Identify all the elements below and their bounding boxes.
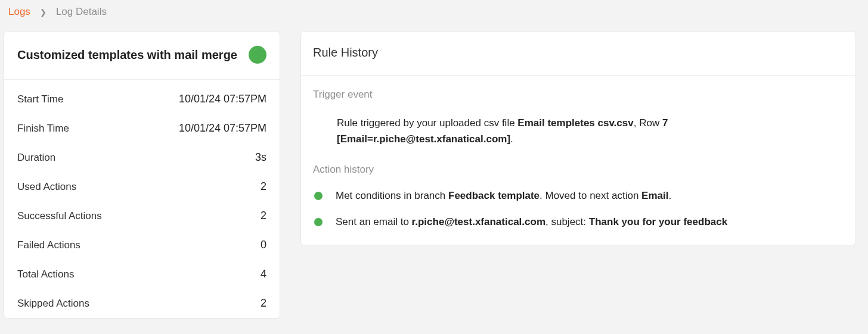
summary-stats: Start Time 10/01/24 07:57PM Finish Time … xyxy=(4,80,280,318)
stat-label-failed-actions: Failed Actions xyxy=(17,239,80,251)
trigger-mid: , Row xyxy=(634,117,662,129)
breadcrumb: Logs ❯ Log Details xyxy=(0,0,868,31)
stat-value-successful-actions: 2 xyxy=(261,210,266,222)
summary-header: Customized templates with mail merge xyxy=(4,32,280,80)
stat-value-duration: 3s xyxy=(255,151,266,164)
action-item: Sent an email to r.piche@test.xfanatical… xyxy=(313,216,844,228)
stat-row: Total Actions 4 xyxy=(17,260,266,289)
action-b2: Email xyxy=(641,190,668,201)
action-list: Met conditions in branch Feedback templa… xyxy=(313,190,844,228)
action-p2: , subject: xyxy=(545,216,589,227)
trigger-filename: Email templetes csv.csv xyxy=(517,117,633,129)
action-text: Met conditions in branch Feedback templa… xyxy=(336,190,671,202)
status-indicator-icon xyxy=(249,46,266,64)
breadcrumb-parent-link[interactable]: Logs xyxy=(8,6,30,18)
stat-label-used-actions: Used Actions xyxy=(17,181,76,193)
action-p2: . Moved to next action xyxy=(540,190,641,201)
stat-row: Start Time 10/01/24 07:57PM xyxy=(17,85,266,114)
stat-row: Successful Actions 2 xyxy=(17,201,266,230)
trigger-prefix: Rule triggered by your uploaded csv file xyxy=(337,117,517,129)
action-section-label: Action history xyxy=(313,164,844,176)
chevron-right-icon: ❯ xyxy=(40,8,46,17)
stat-row: Used Actions 2 xyxy=(17,172,266,201)
trigger-suffix: . xyxy=(510,133,513,145)
action-b2: Thank you for your feedback xyxy=(589,216,727,227)
status-dot-icon xyxy=(314,192,323,200)
stat-label-start-time: Start Time xyxy=(17,93,63,105)
stat-label-total-actions: Total Actions xyxy=(17,269,74,280)
stat-row: Duration 3s xyxy=(17,143,266,172)
stat-label-skipped-actions: Skipped Actions xyxy=(17,298,89,310)
stat-row: Skipped Actions 2 xyxy=(17,289,266,318)
trigger-text: Rule triggered by your uploaded csv file… xyxy=(313,115,844,147)
stat-label-successful-actions: Successful Actions xyxy=(17,210,102,222)
summary-title: Customized templates with mail merge xyxy=(17,48,237,62)
stat-value-failed-actions: 0 xyxy=(261,239,266,251)
action-section: Action history Met conditions in branch … xyxy=(301,164,855,245)
summary-card: Customized templates with mail merge Sta… xyxy=(4,31,280,319)
trigger-section-label: Trigger event xyxy=(313,89,844,101)
action-text: Sent an email to r.piche@test.xfanatical… xyxy=(336,216,727,228)
content-layout: Customized templates with mail merge Sta… xyxy=(0,31,868,319)
action-b1: r.piche@test.xfanatical.com xyxy=(412,216,545,227)
stat-value-total-actions: 4 xyxy=(261,268,266,280)
history-title: Rule History xyxy=(301,32,855,76)
action-b1: Feedback template xyxy=(448,190,540,201)
stat-value-start-time: 10/01/24 07:57PM xyxy=(179,93,266,105)
action-p3: . xyxy=(668,190,671,201)
stat-label-finish-time: Finish Time xyxy=(17,123,69,135)
action-p1: Sent an email to xyxy=(336,216,412,227)
breadcrumb-current: Log Details xyxy=(56,6,107,18)
action-item: Met conditions in branch Feedback templa… xyxy=(313,190,844,202)
stat-value-skipped-actions: 2 xyxy=(261,297,266,310)
status-dot-icon xyxy=(314,218,323,226)
history-card: Rule History Trigger event Rule triggere… xyxy=(300,31,856,245)
stat-value-used-actions: 2 xyxy=(261,180,266,193)
stat-row: Failed Actions 0 xyxy=(17,230,266,260)
action-p1: Met conditions in branch xyxy=(336,190,448,201)
trigger-section: Trigger event Rule triggered by your upl… xyxy=(301,76,855,164)
stat-row: Finish Time 10/01/24 07:57PM xyxy=(17,114,266,143)
stat-label-duration: Duration xyxy=(17,152,55,164)
stat-value-finish-time: 10/01/24 07:57PM xyxy=(179,122,266,135)
